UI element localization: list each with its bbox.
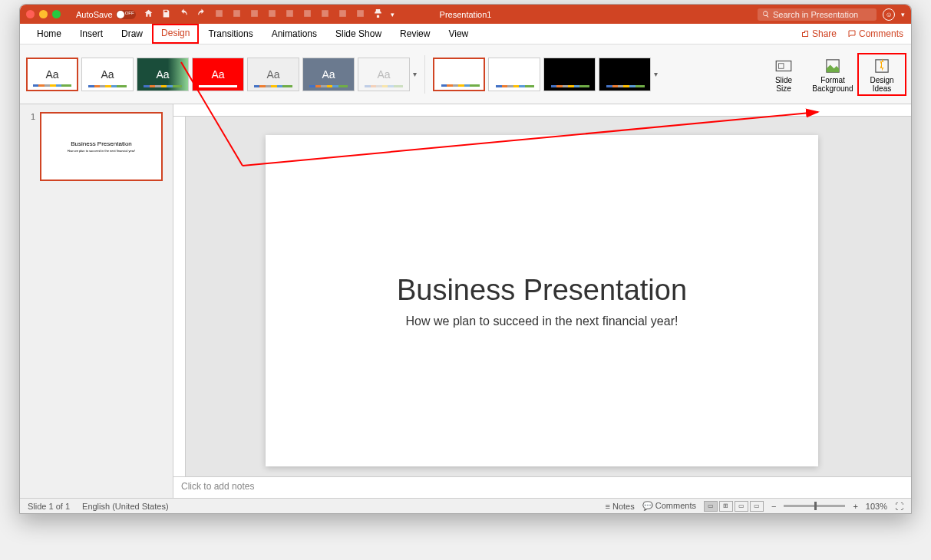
qat-disabled-group [285,8,295,20]
format-background-button[interactable]: Format Background [810,54,856,94]
zoom-slider[interactable] [784,505,845,507]
tab-review[interactable]: Review [391,24,439,44]
search-box[interactable] [758,8,877,21]
redo-icon[interactable] [196,8,206,20]
themes-more-icon[interactable]: ▾ [413,70,417,78]
qat-disabled-group [302,8,312,20]
svg-rect-8 [357,10,364,17]
qat-disabled-group [267,8,277,20]
ribbon-body: Aa Aa Aa Aa Aa Aa Aa ▾ ▾ Slide Size Form… [20,44,911,104]
slide-size-icon [774,56,794,76]
theme-item[interactable]: Aa [81,58,134,91]
slide-thumbnail[interactable]: Business Presentation How we plan to suc… [40,112,163,181]
maximize-window-button[interactable] [52,10,61,18]
slide-title-text[interactable]: Business Presentation [397,274,687,307]
svg-rect-7 [339,10,346,17]
tab-animations[interactable]: Animations [262,24,326,44]
slideshow-view-button[interactable]: ▭ [750,501,764,512]
slide-counter[interactable]: Slide 1 of 1 [28,502,70,511]
notes-pane[interactable]: Click to add notes [173,476,911,498]
share-button[interactable]: Share [801,28,837,39]
thumb-title: Business Presentation [71,140,132,147]
save-icon[interactable] [161,8,171,20]
tab-transitions[interactable]: Transitions [199,24,262,44]
tab-home[interactable]: Home [28,24,71,44]
reading-view-button[interactable]: ▭ [735,501,748,512]
share-icon [801,29,810,38]
qat-disabled-group [214,8,224,20]
autosave-toggle[interactable]: AutoSave [76,10,136,19]
qat-disabled-group [355,8,365,20]
toggle-switch-icon [116,10,136,19]
window-controls [26,10,61,18]
quick-access-toolbar: ▾ [144,8,395,20]
svg-rect-2 [251,10,258,17]
tab-insert[interactable]: Insert [71,24,112,44]
theme-item[interactable]: Aa [302,58,355,91]
statusbar: Slide 1 of 1 English (United States) ≡ N… [20,498,911,513]
zoom-out-button[interactable]: − [771,502,776,511]
qat-disabled-group [338,8,348,20]
minimize-window-button[interactable] [39,10,48,18]
feedback-icon[interactable]: ☺ [883,8,895,21]
themes-gallery: Aa Aa Aa Aa Aa Aa Aa ▾ [26,58,417,91]
tab-slideshow[interactable]: Slide Show [326,24,391,44]
svg-rect-3 [269,10,276,17]
theme-office[interactable]: Aa [26,58,78,91]
zoom-in-button[interactable]: + [853,502,857,511]
language-indicator[interactable]: English (United States) [82,502,169,511]
slide-canvas-area: Business Presentation How we plan to suc… [173,104,911,498]
close-window-button[interactable] [26,10,35,18]
design-ideas-icon [872,56,892,76]
qat-disabled-group [320,8,330,20]
home-icon[interactable] [144,8,154,20]
svg-rect-5 [304,10,311,17]
autosave-label: AutoSave [76,10,113,19]
slide-thumbnail-pane: 1 Business Presentation How we plan to s… [20,104,173,498]
theme-item[interactable]: Aa [247,58,299,91]
slide-subtitle-text[interactable]: How we plan to succeed in the next finan… [406,315,678,328]
thumbnail-number: 1 [31,112,35,121]
format-painter-icon[interactable] [373,8,383,20]
qat-dropdown-icon[interactable]: ▾ [391,11,395,18]
sorter-view-button[interactable]: ⊞ [719,501,733,512]
svg-rect-1 [233,10,240,17]
comment-icon [847,29,857,38]
app-window: AutoSave ▾ Presentation1 ☺ [19,4,912,514]
normal-view-button[interactable]: ▭ [704,501,718,512]
tab-view[interactable]: View [439,24,477,44]
theme-item[interactable]: Aa [358,58,410,91]
theme-item[interactable]: Aa [137,58,189,91]
zoom-level[interactable]: 103% [866,502,887,511]
qat-disabled-group [249,8,259,20]
vertical-ruler [173,117,186,498]
horizontal-ruler [173,104,911,117]
slide-canvas[interactable]: Business Presentation How we plan to suc… [266,135,818,466]
variants-gallery: ▾ [433,58,658,91]
titlebar: AutoSave ▾ Presentation1 ☺ [20,5,911,24]
tab-draw[interactable]: Draw [112,24,152,44]
undo-icon[interactable] [179,8,189,20]
slide-size-button[interactable]: Slide Size [761,54,807,94]
account-dropdown-icon[interactable]: ▾ [901,11,905,18]
tab-design[interactable]: Design [152,24,199,44]
qat-disabled-group [232,8,242,20]
search-icon [762,10,770,18]
variants-more-icon[interactable]: ▾ [654,70,658,78]
ribbon-tabs: Home Insert Draw Design Transitions Anim… [20,24,911,44]
design-ideas-button[interactable]: Design Ideas [859,54,905,94]
notes-placeholder: Click to add notes [181,481,254,492]
search-input[interactable] [773,10,872,19]
theme-item[interactable]: Aa [192,58,244,91]
variant-item[interactable] [599,58,651,91]
comments-toggle[interactable]: 💬 Comments [642,501,696,511]
variant-item[interactable] [543,58,596,91]
variant-item[interactable] [433,58,485,91]
view-buttons: ▭ ⊞ ▭ ▭ [704,501,764,512]
fit-to-window-button[interactable]: ⛶ [895,502,903,511]
variant-item[interactable] [488,58,540,91]
comments-button[interactable]: Comments [847,28,903,39]
document-title: Presentation1 [440,10,492,19]
notes-toggle[interactable]: ≡ Notes [606,502,635,511]
format-background-icon [823,56,843,76]
